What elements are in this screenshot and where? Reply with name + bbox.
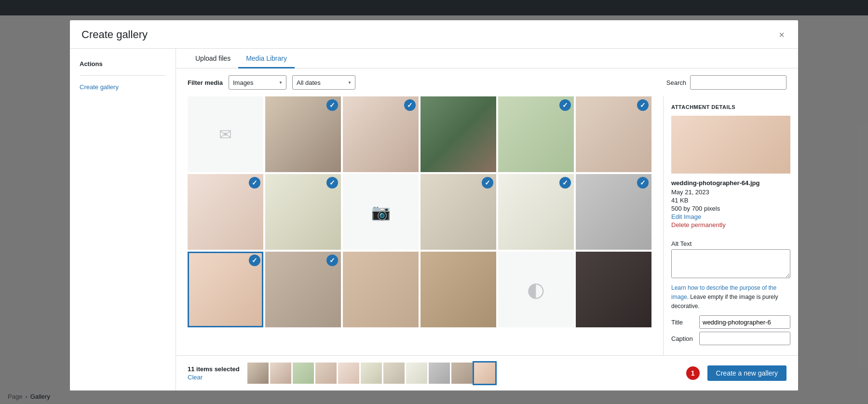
media-item[interactable]: ◐ <box>498 252 574 327</box>
check-badge: ✓ <box>326 99 338 111</box>
attachment-details-panel: ATTACHMENT DETAILS wedding-photographer-… <box>663 96 798 355</box>
check-badge: ✓ <box>559 99 571 111</box>
check-badge: ✓ <box>404 99 416 111</box>
clear-link[interactable]: Clear <box>188 374 240 381</box>
create-gallery-modal: Create gallery × Actions Create gallery … <box>70 20 798 391</box>
edit-image-link[interactable]: Edit Image <box>671 213 790 220</box>
sidebar-divider <box>80 75 166 76</box>
check-badge: ✓ <box>637 99 649 111</box>
selected-thumb[interactable] <box>361 363 382 384</box>
selected-thumb[interactable] <box>429 363 450 384</box>
check-badge: ✓ <box>482 177 493 189</box>
media-item[interactable]: ✓ <box>343 96 419 172</box>
media-item[interactable] <box>420 252 496 327</box>
modal-header: Create gallery × <box>70 20 798 49</box>
check-badge: ✓ <box>637 177 649 189</box>
filter-bar: Filter media Images Audio Video All date… <box>176 68 798 96</box>
admin-bar <box>0 0 868 15</box>
check-badge: ✓ <box>326 255 338 266</box>
media-item[interactable]: ✉ <box>188 96 263 172</box>
type-filter-wrap: Images Audio Video <box>229 75 286 90</box>
date-filter-wrap: All dates January 2024 December 2023 <box>292 75 355 90</box>
selected-thumb[interactable] <box>315 363 337 384</box>
media-item[interactable]: ✓ <box>576 96 651 172</box>
modal-main: Upload files Media Library Filter media … <box>176 49 798 391</box>
search-label: Search <box>666 79 686 86</box>
modal-title: Create gallery <box>81 28 148 41</box>
selected-thumb-active[interactable] <box>474 363 495 384</box>
attachment-filename: wedding-photographer-64.jpg <box>671 179 790 187</box>
caption-input[interactable] <box>699 332 790 345</box>
selected-thumbnails <box>247 363 678 384</box>
selected-thumb[interactable] <box>406 363 427 384</box>
media-item[interactable]: ✓ <box>498 96 574 172</box>
sidebar-item-create-gallery[interactable]: Create gallery <box>70 80 176 94</box>
title-label: Title <box>671 319 695 326</box>
title-input[interactable] <box>699 315 790 329</box>
tab-upload-files[interactable]: Upload files <box>188 49 238 68</box>
alt-text-label: Alt Text <box>671 240 692 247</box>
modal-tabs: Upload files Media Library <box>176 49 798 68</box>
actions-label: Actions <box>70 56 176 71</box>
selected-count: 11 items selected <box>188 365 240 373</box>
check-badge: ✓ <box>249 177 260 189</box>
media-item[interactable] <box>576 252 651 327</box>
grid-details-wrap: ✉ ✓ ✓ <box>176 96 798 355</box>
media-item[interactable]: ✓ <box>265 174 341 250</box>
media-item[interactable]: ✓ <box>576 174 651 250</box>
filter-media-label: Filter media <box>188 79 223 86</box>
media-item[interactable]: ✓ <box>265 96 341 172</box>
check-badge: ✓ <box>559 177 571 189</box>
modal-sidebar: Actions Create gallery <box>70 49 176 391</box>
media-grid-wrap[interactable]: ✉ ✓ ✓ <box>176 96 663 355</box>
modal-footer: 11 items selected Clear <box>176 355 798 391</box>
selected-thumb[interactable] <box>338 363 359 384</box>
attachment-thumbnail <box>671 116 790 174</box>
selected-thumb[interactable] <box>451 363 473 384</box>
media-item[interactable]: 📷 <box>343 174 419 250</box>
media-item[interactable]: ✓ <box>188 174 263 250</box>
media-item[interactable]: ✓ <box>420 174 496 250</box>
selected-thumb[interactable] <box>247 363 269 384</box>
selected-thumb[interactable] <box>383 363 405 384</box>
media-item[interactable]: ✓ <box>265 252 341 327</box>
modal-overlay: Create gallery × Actions Create gallery … <box>0 15 868 404</box>
selected-thumb[interactable] <box>270 363 291 384</box>
delete-permanently-link[interactable]: Delete permanently <box>671 221 790 229</box>
attachment-date: May 21, 2023 <box>671 189 790 196</box>
modal-body: Actions Create gallery Upload files Medi… <box>70 49 798 391</box>
media-item[interactable] <box>343 252 419 327</box>
learn-suffix: . Leave empty if the image is purely dec… <box>671 294 778 310</box>
media-item[interactable]: ✓ <box>498 174 574 250</box>
tab-media-library[interactable]: Media Library <box>238 49 295 68</box>
attachment-dimensions: 500 by 700 pixels <box>671 205 790 212</box>
badge-number: 1 <box>686 366 700 380</box>
attachment-details-title: ATTACHMENT DETAILS <box>671 104 790 110</box>
check-badge-selected: ✓ <box>249 255 260 266</box>
media-item[interactable] <box>420 96 496 172</box>
type-filter-select[interactable]: Images Audio Video <box>229 75 286 90</box>
media-item-selected[interactable]: ✓ <box>188 252 263 327</box>
create-new-gallery-button[interactable]: Create a new gallery <box>707 365 787 381</box>
alt-text-input[interactable] <box>671 249 790 278</box>
check-badge: ✓ <box>326 177 338 189</box>
date-filter-select[interactable]: All dates January 2024 December 2023 <box>292 75 355 90</box>
caption-label: Caption <box>671 335 695 342</box>
media-grid: ✉ ✓ ✓ <box>188 96 651 327</box>
search-input[interactable] <box>690 75 787 90</box>
close-button[interactable]: × <box>777 28 787 41</box>
search-wrap: Search <box>666 75 787 90</box>
learn-link: Learn how to describe the purpose of the… <box>671 284 778 310</box>
selected-thumb[interactable] <box>293 363 314 384</box>
attachment-size: 41 KB <box>671 197 790 204</box>
